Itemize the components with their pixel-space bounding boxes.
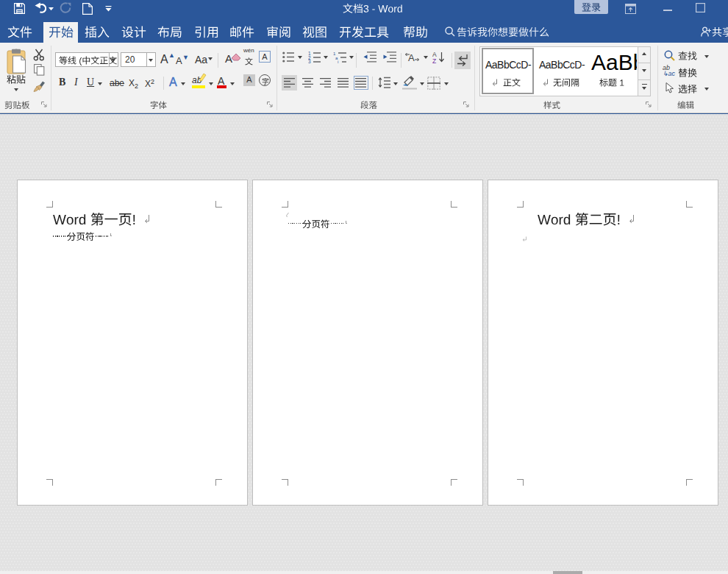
svg-text:i: i [338,60,338,63]
svg-text:A: A [408,52,415,63]
svg-text:3: 3 [308,59,311,63]
svg-text:Z: Z [432,57,436,64]
